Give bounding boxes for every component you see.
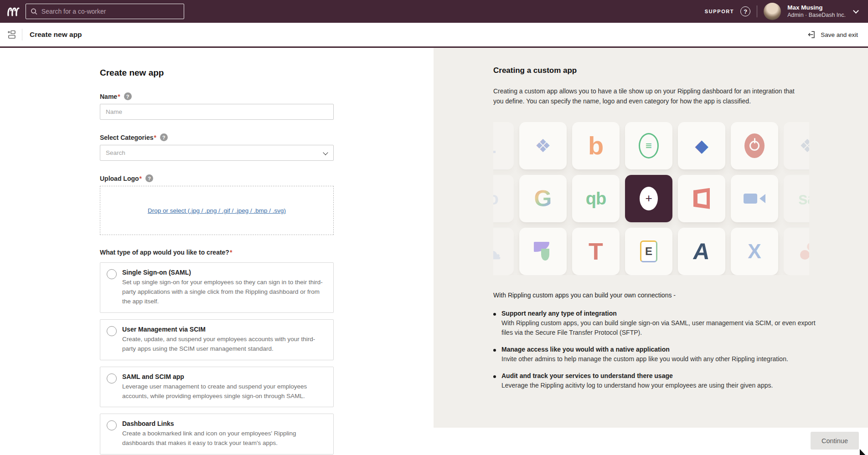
video-camera-icon	[744, 192, 765, 205]
required-asterisk: *	[140, 175, 142, 182]
continue-button[interactable]: Continue	[811, 432, 859, 450]
user-name: Max Musing	[787, 4, 846, 12]
leaf-icon	[534, 242, 552, 261]
upload-logo-label: Upload Logo*	[100, 175, 142, 182]
upload-help-icon[interactable]: ?	[145, 174, 153, 182]
option-title: Dashboard Links	[122, 420, 326, 427]
name-label: Name*	[100, 93, 120, 100]
option-description: Set up single sign-on for your employees…	[122, 278, 326, 307]
radio-button[interactable]	[107, 269, 117, 279]
list-item: Audit and track your services to underst…	[493, 372, 826, 391]
header-divider	[757, 5, 757, 17]
form-heading: Create new app	[100, 68, 334, 78]
bullet-icon	[493, 313, 496, 316]
app-type-question: What type of app would you like to creat…	[100, 249, 334, 256]
app-tile-letter-t: T	[572, 228, 620, 275]
panel-heading: Creating a custom app	[493, 66, 850, 75]
radio-button[interactable]	[107, 326, 117, 336]
required-asterisk: *	[154, 134, 156, 141]
app-tile-partial-ro: ro	[493, 175, 514, 222]
app-tile-partial-dots	[784, 228, 809, 275]
bullet-description: Leverage the Rippling acitivty log to un…	[501, 381, 773, 391]
categories-select[interactable]	[100, 145, 334, 161]
page-title: Create new app	[30, 31, 82, 39]
app-tile-x-shapes: X	[731, 228, 778, 275]
page-toolbar: Create new app Save and exit	[0, 23, 868, 48]
radio-button[interactable]	[107, 373, 117, 383]
oval-lines-icon: ≡	[639, 133, 659, 158]
drop-or-select-link[interactable]: Drop or select (.jpg / .png / .gif / .jp…	[148, 207, 286, 214]
bullet-description: Invite other admins to help manage the c…	[501, 354, 788, 364]
dots-icon	[799, 242, 809, 261]
bullet-title: Audit and track your services to underst…	[501, 372, 773, 379]
option-description: Create, update, and suspend your employe…	[122, 335, 326, 354]
app-tile-quickbooks: qb	[572, 175, 620, 222]
user-role: Admin · BaseDash Inc.	[787, 12, 846, 19]
option-title: SAML and SCIM app	[122, 373, 326, 380]
app-tile-video-camera	[731, 175, 778, 222]
app-tile-green-lines-oval: ≡	[625, 122, 672, 169]
radio-button[interactable]	[107, 420, 117, 430]
app-tile-partial-diamonds: ❖	[784, 122, 809, 169]
custom-app-info-pane: Creating a custom app Creating a custom …	[434, 48, 868, 428]
option-title: User Management via SCIM	[122, 326, 326, 333]
rippling-logo-icon[interactable]	[6, 5, 20, 18]
office-icon	[693, 188, 710, 209]
power-icon	[744, 133, 765, 158]
app-tile-letter-a: A	[678, 228, 725, 275]
chevron-down-icon[interactable]	[853, 8, 859, 14]
top-header: SUPPORT ? Max Musing Admin · BaseDash In…	[0, 0, 868, 23]
required-asterisk: *	[118, 93, 120, 100]
user-menu[interactable]: Max Musing Admin · BaseDash Inc.	[787, 4, 846, 19]
panel-intro: Creating a custom app allows you to have…	[493, 86, 803, 107]
save-and-exit-button[interactable]: Save and exit	[807, 30, 858, 39]
support-link[interactable]: SUPPORT	[705, 9, 734, 14]
option-dashboard-links[interactable]: Dashboard Links Create a bookmarked link…	[100, 414, 334, 455]
name-help-icon[interactable]: ?	[124, 92, 132, 100]
avatar[interactable]	[764, 3, 781, 20]
coworker-search[interactable]	[26, 4, 184, 19]
option-description: Create a bookmarked link and icon on you…	[122, 429, 326, 448]
app-list-icon[interactable]	[6, 30, 16, 40]
categories-search-input[interactable]	[100, 145, 334, 161]
app-tile-partial-one: 1	[493, 122, 514, 169]
app-tile-google-g: G	[519, 175, 567, 222]
option-single-sign-on-saml[interactable]: Single Sign-on (SAML) Set up single sign…	[100, 262, 334, 313]
app-tile-leaf	[519, 228, 567, 275]
e-card-icon: E	[640, 240, 657, 262]
exit-icon	[807, 30, 816, 39]
save-and-exit-label: Save and exit	[821, 31, 858, 38]
categories-label: Select Categories*	[100, 134, 156, 141]
bullet-description: With Rippling custom apps, you can build…	[501, 318, 826, 338]
option-title: Single Sign-on (SAML)	[122, 269, 326, 276]
app-tile-grid: 1 ❖ b ≡ ◆ ❖ ro G qb + sa ☁ T	[493, 122, 809, 275]
app-tile-e-card: E	[625, 228, 672, 275]
categories-help-icon[interactable]: ?	[160, 133, 168, 141]
app-tile-star-diamonds: ❖	[519, 122, 567, 169]
app-tile-office	[678, 175, 725, 222]
option-saml-and-scim[interactable]: SAML and SCIM app Leverage user manageme…	[100, 367, 334, 408]
app-tile-blue-diamond: ◆	[678, 122, 725, 169]
plus-icon: +	[640, 187, 658, 210]
app-tile-power	[731, 122, 778, 169]
search-icon	[31, 8, 37, 15]
logo-dropzone[interactable]: Drop or select (.jpg / .png / .gif / .jp…	[100, 186, 334, 235]
option-description: Leverage user management to create and s…	[122, 382, 326, 401]
help-icon[interactable]: ?	[740, 6, 750, 16]
search-input[interactable]	[41, 8, 179, 15]
toolbar-divider	[22, 29, 22, 41]
list-item: Manage access like you would with a nati…	[493, 346, 826, 364]
bullet-title: Manage access like you would with a nati…	[501, 346, 788, 353]
option-user-management-scim[interactable]: User Management via SCIM Create, update,…	[100, 319, 334, 360]
create-app-form-pane: Create new app Name* ? Select Categories…	[0, 48, 434, 428]
connections-intro: With Rippling custom apps you can build …	[493, 291, 850, 299]
benefits-list: Support nearly any type of integration W…	[493, 310, 826, 391]
required-asterisk: *	[230, 249, 232, 256]
bullet-title: Support nearly any type of integration	[501, 310, 826, 317]
app-tile-partial-sa: sa	[784, 175, 809, 222]
bullet-icon	[493, 349, 496, 352]
name-field[interactable]	[100, 104, 334, 120]
app-tile-partial-cloud: ☁	[493, 228, 514, 275]
app-tile-letter-b: b	[572, 122, 620, 169]
app-tile-custom-plus: +	[625, 175, 672, 222]
